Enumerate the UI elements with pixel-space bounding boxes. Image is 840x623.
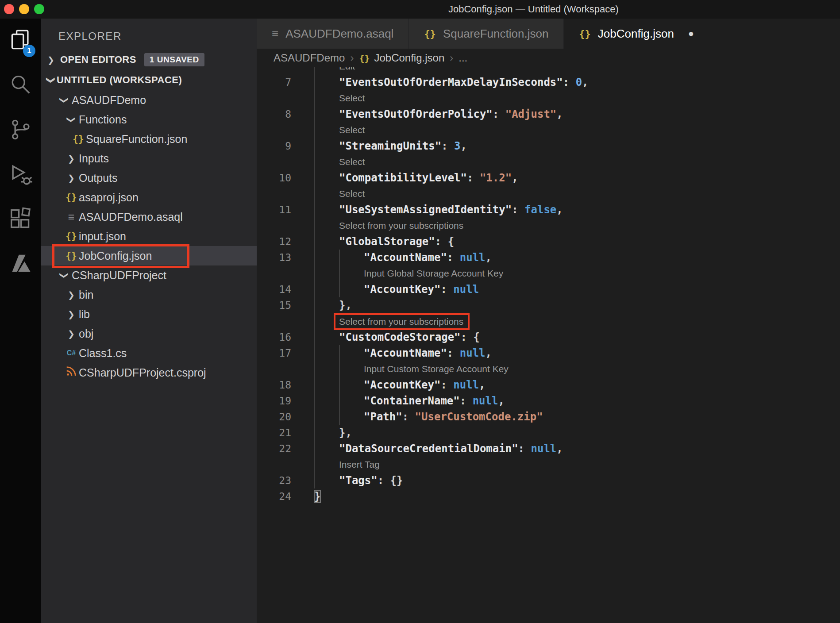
tree-item-squarefunction-json[interactable]: {}SquareFunction.json	[41, 129, 257, 149]
code-line-13: 13"AccountName": null,	[257, 250, 840, 265]
line-number: 20	[257, 409, 291, 425]
indent-guide	[339, 250, 340, 265]
tree-item-asaproj-json[interactable]: {}asaproj.json	[41, 188, 257, 207]
codelens-line: Select	[257, 90, 840, 106]
chevron-right-icon: ❯	[66, 154, 77, 164]
window-title: JobConfig.json — Untitled (Workspace)	[448, 0, 619, 19]
code-text[interactable]: "StreamingUnits": 3,	[339, 138, 467, 154]
code-line-12: 12"GlobalStorage": {	[257, 234, 840, 250]
tree-item-functions[interactable]: ❯Functions	[41, 110, 257, 129]
tree-item-jobconfig-json[interactable]: {}JobConfig.json	[41, 246, 257, 265]
code-text[interactable]: "CustomCodeStorage": {	[339, 329, 480, 345]
codelens-action[interactable]: Select	[339, 186, 365, 202]
indent-guide	[314, 202, 315, 218]
codelens-action[interactable]: Input Custom Storage Account Key	[364, 361, 509, 377]
breadcrumb-item-asaudfdemo[interactable]: ASAUDFDemo	[274, 52, 345, 64]
minimize-window-button[interactable]	[19, 4, 29, 14]
code-text[interactable]: },	[339, 425, 352, 441]
code-text[interactable]: "EventsOutOfOrderMaxDelayInSeconds": 0,	[339, 74, 589, 90]
close-window-button[interactable]	[4, 4, 14, 14]
activity-bar: 1	[0, 19, 41, 623]
token-key: "CompatibilityLevel"	[339, 172, 467, 184]
tree-item-asaudfdemo-asaql[interactable]: ≡ASAUDFDemo.asaql	[41, 207, 257, 227]
codelens-action[interactable]: Edit	[339, 67, 355, 74]
code-text[interactable]: }	[314, 488, 320, 504]
open-editors-header[interactable]: ❯ OPEN EDITORS 1 UNSAVED	[41, 50, 257, 70]
code-line-17: 17"AccountName": null,	[257, 345, 840, 361]
workspace-section-header[interactable]: ❯ UNTITLED (WORKSPACE)	[41, 70, 257, 90]
tree-item-bin[interactable]: ❯bin	[41, 285, 257, 304]
code-text[interactable]: "DataSourceCredentialDomain": null,	[339, 441, 563, 457]
tab-jobconfig-json[interactable]: {}JobConfig.json●	[564, 19, 709, 49]
codelens-action[interactable]: Input Global Storage Account Key	[364, 265, 503, 281]
activity-search-button[interactable]	[0, 63, 41, 108]
code-text[interactable]: "AccountKey": null,	[364, 377, 486, 393]
tree-item-asaudfdemo[interactable]: ❯ASAUDFDemo	[41, 90, 257, 110]
token-kw: null	[473, 395, 498, 407]
codelens-action[interactable]: Select	[339, 122, 365, 138]
editor[interactable]: Edit7"EventsOutOfOrderMaxDelayInSeconds"…	[257, 67, 840, 623]
code-text[interactable]: "CompatibilityLevel": "1.2",	[339, 170, 518, 186]
editor-lines: Edit7"EventsOutOfOrderMaxDelayInSeconds"…	[257, 67, 840, 504]
tree-item-csharpudfproject-csproj[interactable]: CSharpUDFProject.csproj	[41, 363, 257, 382]
tree-item-csharpudfproject[interactable]: ❯CSharpUDFProject	[41, 265, 257, 285]
tree-item-label: ASAUDFDemo.asaql	[79, 211, 183, 223]
file-tree: ❯ASAUDFDemo❯Functions{}SquareFunction.js…	[41, 90, 257, 382]
code-text[interactable]: "UseSystemAssignedIdentity": false,	[339, 202, 563, 218]
token-key: "CustomCodeStorage"	[339, 331, 461, 343]
zoom-window-button[interactable]	[34, 4, 44, 14]
token-kw: null	[531, 442, 556, 455]
code-line-11: 11"UseSystemAssignedIdentity": false,	[257, 202, 840, 218]
breadcrumb-item--[interactable]: ...	[459, 52, 467, 64]
token-punct: :	[493, 108, 505, 120]
codelens-action[interactable]: Select from your subscriptions	[339, 218, 463, 234]
code-text[interactable]: "GlobalStorage": {	[339, 234, 454, 250]
indent-guide	[314, 345, 315, 361]
token-key: "Tags"	[339, 474, 378, 487]
asaql-file-icon: ≡	[272, 28, 278, 39]
code-line-20: 20"Path": "UserCustomCode.zip"	[257, 409, 840, 425]
codelens-action[interactable]: Select from your subscriptions	[339, 313, 470, 330]
activity-azure-button[interactable]	[0, 242, 41, 287]
json-file-icon: {}	[66, 250, 77, 261]
token-kw: null	[453, 283, 479, 296]
activity-extensions-button[interactable]	[0, 197, 41, 242]
code-line-14: 14"AccountKey": null	[257, 281, 840, 297]
json-file-icon: {}	[73, 134, 84, 144]
code-text[interactable]: "Path": "UserCustomCode.zip"	[364, 409, 543, 425]
indent-guide	[314, 74, 315, 90]
indent-guide	[314, 138, 315, 154]
indent-guide	[314, 265, 315, 281]
codelens-action[interactable]: Select	[339, 154, 365, 170]
activity-run-debug-button[interactable]	[0, 153, 41, 197]
token-kw: null	[460, 347, 486, 359]
token-punct: {}	[390, 474, 403, 487]
code-text[interactable]: },	[339, 297, 352, 313]
activity-source-control-button[interactable]	[0, 108, 41, 153]
codelens-action[interactable]: Insert Tag	[339, 457, 380, 473]
tree-item-label: CSharpUDFProject.csproj	[79, 366, 206, 379]
token-num: 3	[454, 140, 460, 152]
tree-item-class1-cs[interactable]: C#Class1.cs	[41, 343, 257, 363]
code-text[interactable]: "Tags": {}	[339, 473, 403, 488]
code-text[interactable]: "AccountName": null,	[364, 345, 492, 361]
token-punct: },	[339, 299, 352, 312]
activity-explorer-button[interactable]: 1	[0, 19, 41, 63]
tree-item-outputs[interactable]: ❯Outputs	[41, 168, 257, 188]
code-text[interactable]: "EventsOutOfOrderPolicy": "Adjust",	[339, 106, 563, 122]
tab-asaudfdemo-asaql[interactable]: ≡ASAUDFDemo.asaql	[257, 19, 409, 49]
code-text[interactable]: "AccountKey": null	[364, 281, 479, 297]
tree-item-input-json[interactable]: {}input.json	[41, 227, 257, 246]
code-text[interactable]: "ContainerName": null,	[364, 393, 505, 409]
breadcrumb-item-jobconfig-json[interactable]: {}JobConfig.json	[359, 52, 444, 64]
indent-guide	[339, 345, 340, 361]
code-line-23: 23"Tags": {}	[257, 473, 840, 488]
tree-item-obj[interactable]: ❯obj	[41, 324, 257, 343]
tree-item-inputs[interactable]: ❯Inputs	[41, 149, 257, 168]
token-kw: false	[524, 204, 556, 216]
tab-squarefunction-json[interactable]: {}SquareFunction.json	[409, 19, 564, 49]
codelens-action[interactable]: Select	[339, 90, 365, 106]
tree-item-lib[interactable]: ❯lib	[41, 304, 257, 324]
token-key: "DataSourceCredentialDomain"	[339, 442, 518, 455]
code-text[interactable]: "AccountName": null,	[364, 250, 492, 265]
